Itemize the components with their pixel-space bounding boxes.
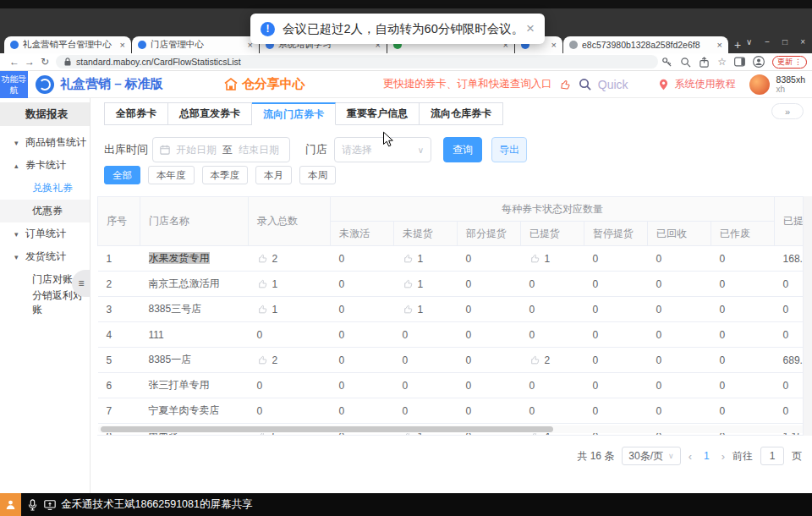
sidebar-item[interactable]: 优惠券 [0,200,90,222]
report-tab[interactable]: 总部直发券卡 [168,102,252,125]
report-tab[interactable]: 重要客户信息 [336,102,420,125]
report-tab[interactable]: 全部券卡 [104,102,168,125]
brand-logo [36,75,54,94]
close-window-icon[interactable]: × [800,37,805,47]
user-avatar[interactable] [749,74,770,95]
quick-search-icon[interactable] [579,78,591,91]
minimize-icon[interactable]: − [765,37,770,47]
main-panel: 全部券卡总部直发券卡流向门店券卡重要客户信息流向仓库券卡 » 出库时间 开始日期… [91,98,812,493]
table-row: 1水果发货专用20101000168.0 [98,246,812,272]
cell-value[interactable]: 2 [249,246,331,272]
col-group-header: 每种券卡状态对应数量 [331,197,775,222]
cell-value: 0 [521,322,584,348]
cell-value[interactable]: 2 [521,348,584,373]
page-size-select[interactable]: 30条/页 ∨ [622,447,680,465]
sidebar-item[interactable]: ▾商品销售统计 [0,131,90,154]
reload-icon[interactable]: ↻ [37,56,52,68]
col-header-status: 未激活 [331,222,394,246]
tutorial-link[interactable]: 系统使用教程 [675,77,736,91]
tab-search-icon[interactable]: ∨ [746,37,752,47]
report-tab[interactable]: 流向仓库券卡 [420,102,503,125]
quick-filter-button[interactable]: 本月 [255,166,292,184]
quick-filter-button[interactable]: 本年度 [148,166,195,184]
cell-value: 0 [331,348,394,373]
cell-value[interactable]: 2 [249,348,331,373]
cell-value: 0 [711,297,775,322]
date-range-input[interactable]: 开始日期 至 结束日期 [152,137,290,162]
next-page-icon[interactable]: › [721,450,725,463]
tab-close-icon[interactable]: × [717,40,722,50]
cell-value[interactable]: 1 [394,246,458,272]
table-row: 4111000000000 [98,322,812,348]
tab-close-icon[interactable]: × [120,40,125,50]
pointer-hand-icon [403,304,414,315]
function-nav-button[interactable]: 功能导航 [0,71,28,98]
quick-label[interactable]: Quick [598,78,628,91]
side-panel-icon[interactable] [734,57,745,67]
sidebar-item[interactable]: ▴券卡统计 [0,154,90,177]
cell-value: 0 [648,373,711,398]
col-header-status: 未提货 [394,222,458,246]
goto-page-input[interactable]: 1 [760,447,784,465]
quick-filter-button[interactable]: 本周 [299,166,336,184]
export-button[interactable]: 导出 [491,137,527,162]
new-tab-button[interactable]: + [729,36,746,53]
participant-icon[interactable] [0,493,21,516]
toast-message: 会议已超过2人，自动转为60分钟限时会议。 [283,21,524,37]
cell-value[interactable]: 1 [249,272,331,297]
cell-value[interactable]: 1 [521,246,584,272]
scrollbar-thumb[interactable] [101,426,553,432]
quick-filter-button[interactable]: 全部 [104,166,140,184]
cell-value: 0 [584,322,648,348]
microphone-icon[interactable] [28,499,37,511]
forward-icon[interactable]: → [22,56,37,68]
screen-share-icon[interactable] [44,500,56,510]
warehouse-share-center-link[interactable]: 仓分享中心 [224,76,305,92]
cell-value: 0 [711,322,775,348]
profile-icon[interactable] [753,56,765,68]
cell-value[interactable]: 1 [394,272,458,297]
cell-value[interactable]: 1 [394,297,458,322]
sidebar-item[interactable]: 分销返利对账 [0,291,90,314]
cell-value: 0 [521,398,584,424]
page-unit-label: 页 [792,449,802,464]
store-select-placeholder: 请选择 [342,143,372,157]
url-bar[interactable]: standard.maboy.cn/CardFlowStatisticsList [56,55,658,69]
maximize-icon[interactable]: □ [782,37,787,47]
browser-tab[interactable]: e8c573980b1328a258fd2e6f8× [563,36,728,53]
zoom-icon[interactable] [680,57,691,68]
key-icon[interactable] [661,57,672,68]
share-icon[interactable] [699,57,710,68]
chevron-down-icon: ∨ [668,452,674,460]
location-pin-icon [659,79,668,91]
vertical-scrollbar[interactable] [803,196,812,436]
horizontal-scrollbar[interactable] [98,425,807,433]
sidebar-item[interactable]: ▾订单统计 [0,222,90,245]
sidebar-item[interactable]: ▾发货统计 [0,245,90,268]
sidebar-item[interactable]: 兑换礼券 [0,177,90,200]
url-text: standard.maboy.cn/CardFlowStatisticsList [76,57,241,67]
search-button[interactable]: 查询 [443,137,482,162]
menu-dots-icon: ⋮ [794,58,802,66]
panel-collapse-button[interactable]: » [771,103,804,119]
quick-filter-button[interactable]: 本季度 [202,166,249,184]
current-page[interactable]: 1 [700,450,714,462]
cell-value[interactable]: 1 [249,297,331,322]
browser-tab[interactable]: 礼盒营销平台管理中心× [4,36,131,53]
bookmark-star-icon[interactable]: ☆ [717,56,727,68]
back-icon[interactable]: ← [7,56,22,68]
tab-title: 门店管理中心 [151,39,244,51]
start-date-placeholder: 开始日期 [176,143,217,157]
tab-close-icon[interactable]: × [551,40,557,50]
browser-tab[interactable]: 门店管理中心× [132,36,259,53]
meeting-toast: ! 会议已超过2人，自动转为60分钟限时会议。 × [250,14,545,44]
report-tab[interactable]: 流向门店券卡 [252,102,336,125]
browser-update-button[interactable]: 更新 ⋮ [772,56,807,69]
app-title: 礼盒营销 – 标准版 [60,76,163,92]
cell-value: 0 [458,272,521,297]
pointer-hand-icon [257,278,268,289]
toast-close-icon[interactable]: × [526,20,535,37]
cell-value: 0 [394,322,458,348]
tab-favicon [10,41,19,49]
prev-page-icon[interactable]: ‹ [689,450,692,463]
